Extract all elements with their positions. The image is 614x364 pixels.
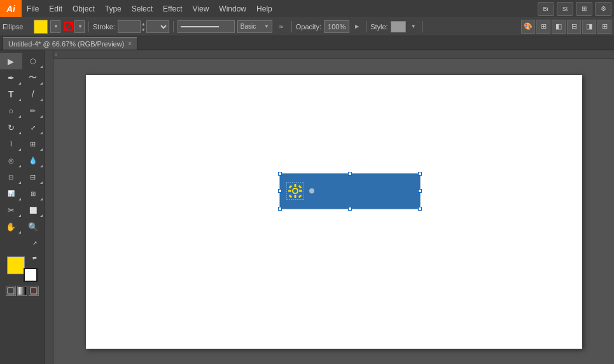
fill-stroke-container[interactable]: ⇄ (7, 256, 38, 282)
arrange-icon[interactable]: ⚙ (595, 2, 611, 16)
menu-view[interactable]: View (188, 0, 214, 17)
tool-row-11: ✋ 🔍 (0, 218, 44, 235)
handle-bottom-center[interactable] (348, 207, 352, 211)
column-graph-tool-btn[interactable]: ⊞ (22, 136, 45, 152)
style-swatch[interactable] (391, 21, 406, 32)
slice-tool-btn[interactable]: ⊟ (22, 169, 45, 185)
handle-middle-right[interactable] (418, 189, 422, 193)
scale-tool-btn[interactable]: ⤢ (22, 119, 45, 136)
rotate-tool-btn[interactable]: ↻ (0, 119, 22, 136)
opacity-chevron-icon[interactable]: ▶ (352, 20, 362, 33)
nav-arrow-btn[interactable]: ↗ (29, 235, 41, 251)
bridge-icon[interactable]: Br (538, 2, 554, 16)
stroke-dropdown[interactable]: ▼ (74, 20, 85, 33)
no-color-icon[interactable] (6, 286, 16, 296)
zoom-tool-btn[interactable]: 🔍 (22, 218, 45, 235)
handle-middle-left[interactable] (278, 189, 282, 193)
tool-row-1: ▶ ⬡ (0, 53, 44, 69)
warp-tool-btn[interactable]: ⌇ (0, 136, 22, 152)
mesh-tool-btn[interactable]: ⊞ (22, 185, 45, 202)
tool-row-8: ⊡ ⊟ (0, 169, 44, 185)
gear-icon-wrapper (286, 182, 304, 200)
recolor-icon[interactable]: 🎨 (521, 20, 535, 34)
tool-row-arrow: ↗ (0, 235, 44, 251)
selection-tool-btn[interactable]: ▶ (0, 53, 22, 69)
pen-tool-btn[interactable]: ✒ (0, 69, 22, 86)
menu-type[interactable]: Type (100, 0, 127, 17)
menu-help[interactable]: Help (251, 0, 277, 17)
curvature-tool-btn[interactable]: 〜 (22, 69, 45, 86)
hand-tool-icon: ✋ (6, 222, 16, 232)
handle-top-left[interactable] (278, 172, 282, 176)
tool-triangle-icon (18, 198, 21, 200)
svg-rect-11 (294, 195, 296, 198)
tool-triangle-icon (18, 231, 21, 234)
menu-object[interactable]: Object (67, 0, 100, 17)
zoom-tool-icon: 🔍 (28, 222, 38, 232)
blend-tool-icon: ◎ (8, 157, 14, 164)
canvas-area[interactable]: 0 (45, 50, 614, 364)
handle-top-center[interactable] (348, 172, 352, 176)
hand-tool-btn[interactable]: ✋ (0, 218, 22, 235)
workspace-icon[interactable]: ⊞ (576, 2, 592, 16)
artboard-tool-btn[interactable]: ⊡ (0, 169, 22, 185)
svg-rect-12 (288, 190, 291, 192)
align-center-icon[interactable]: ⊟ (567, 20, 581, 34)
graph-tool-btn[interactable]: 📊 (0, 185, 22, 202)
eraser-tool-btn[interactable]: ⬜ (22, 202, 45, 218)
menu-window[interactable]: Window (214, 0, 251, 17)
tab-close-button[interactable]: × (128, 40, 132, 47)
stroke-spinners[interactable]: ▲ ▼ (141, 21, 146, 32)
profile-selector[interactable]: Basic ▼ (237, 20, 272, 33)
lasso-tool-btn[interactable]: ⬡ (22, 53, 45, 69)
blue-rectangle[interactable] (280, 174, 420, 209)
svg-line-3 (8, 288, 14, 294)
arrange-icon[interactable]: ⊞ (536, 20, 550, 34)
menu-edit[interactable]: Edit (44, 0, 67, 17)
artboard-tool-icon: ⊡ (8, 174, 13, 181)
document-tab[interactable]: Untitled-4* @ 66.67% (RGB/Preview) × (3, 37, 137, 50)
tool-row-9: 📊 ⊞ (0, 185, 44, 202)
ellipse-tool-btn[interactable]: ○ (0, 102, 22, 119)
stroke-unit-select[interactable] (146, 20, 169, 33)
menu-effect[interactable]: Effect (158, 0, 187, 17)
right-panel-icons: 🎨 ⊞ ◧ ⊟ ◨ ⊞ (521, 20, 611, 34)
swap-colors-icon[interactable]: ⇄ (32, 255, 39, 262)
align-right-icon[interactable]: ◨ (582, 20, 596, 34)
tool-row-10: ✂ ⬜ (0, 202, 44, 218)
paintbrush-tool-btn[interactable]: ✏ (22, 102, 45, 119)
tool-triangle-icon (18, 214, 21, 217)
stock-icon[interactable]: St (557, 2, 573, 16)
handle-bottom-left[interactable] (278, 207, 282, 211)
align-left-icon[interactable]: ◧ (552, 20, 566, 34)
separator-1 (88, 21, 89, 32)
menu-file[interactable]: File (22, 0, 44, 17)
menu-select[interactable]: Select (127, 0, 158, 17)
ruler-vertical (45, 50, 53, 364)
fill-color-box[interactable] (7, 256, 25, 274)
artboard[interactable] (86, 75, 582, 349)
variable-width-icon[interactable]: ≈ (275, 20, 288, 33)
gradient-icon[interactable] (17, 286, 27, 296)
handle-top-right[interactable] (418, 172, 422, 176)
opacity-input[interactable] (324, 20, 349, 33)
distribute-icon[interactable]: ⊞ (597, 20, 611, 34)
tab-title: Untitled-4* @ 66.67% (RGB/Preview) (8, 40, 124, 48)
style-label: Style: (370, 23, 388, 31)
eyedropper-tool-btn[interactable]: 💧 (22, 152, 45, 169)
fill-swatch[interactable] (34, 20, 48, 34)
handle-bottom-right[interactable] (418, 207, 422, 211)
svg-rect-16 (288, 195, 292, 199)
style-arrow-icon[interactable]: ▼ (408, 20, 419, 33)
fill-dropdown[interactable]: ▼ (50, 20, 60, 33)
stroke-input[interactable] (118, 20, 141, 33)
options-toolbar: Ellipse ▼ ▼ Stroke: ▲ ▼ Basic ▼ ≈ Opacit… (0, 17, 614, 36)
line-style-selector[interactable] (178, 20, 235, 33)
stroke-color-box[interactable] (24, 268, 38, 282)
none-icon[interactable] (29, 286, 39, 296)
scissor-tool-btn[interactable]: ✂ (0, 202, 22, 218)
blend-tool-btn[interactable]: ◎ (0, 152, 22, 169)
type-tool-btn[interactable]: T (0, 86, 22, 102)
line-tool-btn[interactable]: / (22, 86, 45, 102)
artboard-container (53, 59, 614, 364)
